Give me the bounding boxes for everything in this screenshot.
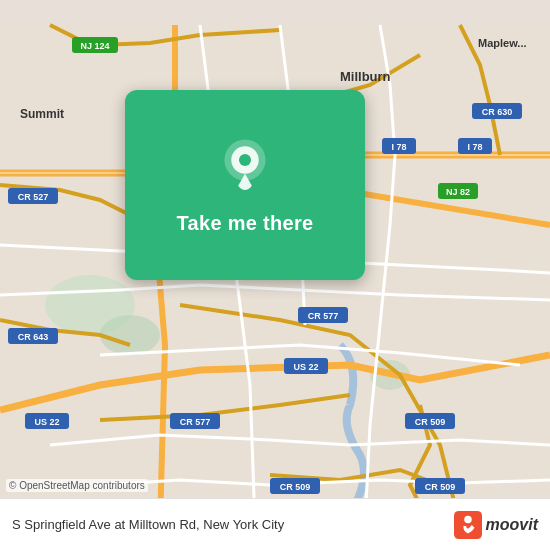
svg-point-2 [100,315,160,355]
svg-text:Maplew...: Maplew... [478,37,527,49]
svg-text:NJ 82: NJ 82 [446,187,470,197]
svg-text:CR 509: CR 509 [280,482,311,492]
address-label: S Springfield Ave at Milltown Rd, New Yo… [12,517,284,532]
location-pin-icon [215,136,275,196]
svg-text:US 22: US 22 [34,417,59,427]
svg-rect-42 [454,511,482,539]
svg-text:Summit: Summit [20,107,64,121]
svg-text:CR 577: CR 577 [308,311,339,321]
map-container: NJ 124 CR 630 CR 517 I 78 I 78 I 77 NJ 8… [0,0,550,550]
map-copyright: © OpenStreetMap contributors [6,479,148,492]
bottom-bar: S Springfield Ave at Milltown Rd, New Yo… [0,498,550,550]
take-me-there-button[interactable]: Take me there [177,212,314,235]
svg-text:CR 643: CR 643 [18,332,49,342]
svg-text:I 78: I 78 [467,142,482,152]
location-card[interactable]: Take me there [125,90,365,280]
svg-text:Millburn: Millburn [340,69,391,84]
moovit-text: moovit [486,516,538,534]
svg-text:CR 509: CR 509 [415,417,446,427]
svg-text:CR 577: CR 577 [180,417,211,427]
moovit-logo: moovit [454,511,538,539]
svg-text:NJ 124: NJ 124 [80,41,109,51]
svg-text:US 22: US 22 [293,362,318,372]
svg-text:CR 630: CR 630 [482,107,513,117]
svg-text:CR 527: CR 527 [18,192,49,202]
svg-point-41 [239,154,251,166]
svg-point-43 [464,515,471,522]
moovit-icon [454,511,482,539]
svg-text:I 78: I 78 [391,142,406,152]
svg-text:CR 509: CR 509 [425,482,456,492]
